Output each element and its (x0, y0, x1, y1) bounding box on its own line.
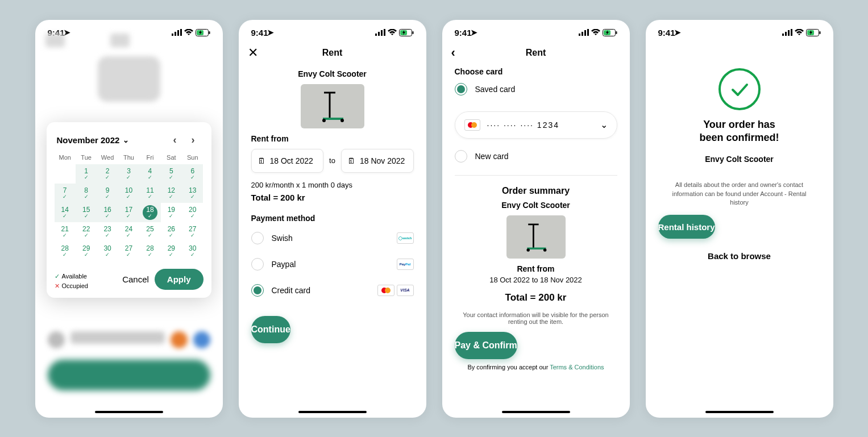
home-indicator[interactable] (298, 411, 367, 413)
terms-link[interactable]: Terms & Conditions (550, 364, 604, 371)
calendar-day[interactable]: 25✓ (139, 222, 160, 242)
calendar-dow-row: MonTueWedThuFriSatSun (55, 154, 203, 161)
back-icon[interactable]: ‹ (451, 45, 455, 60)
calendar-dow: Fri (139, 154, 160, 161)
calendar-day[interactable]: 17✓ (118, 203, 139, 222)
calendar-day[interactable]: 24✓ (118, 222, 139, 242)
date-from-input[interactable]: 🗓 18 Oct 2022 (251, 149, 324, 173)
cellular-icon (782, 29, 792, 36)
blurred-row (48, 331, 210, 349)
calendar-day[interactable]: 3✓ (118, 164, 139, 184)
nav-header: ‹ Rent (442, 41, 630, 65)
svg-point-20 (385, 288, 391, 293)
card-mask: ···· ···· ···· 1234 (487, 120, 593, 130)
screen-confirmation: 9:41 ➤ Your order hasbeen confirmed! Env… (646, 20, 833, 418)
svg-point-17 (322, 119, 326, 122)
calendar-icon: 🗓 (258, 156, 265, 165)
date-to-input[interactable]: 🗓 18 Nov 2022 (341, 149, 414, 173)
calendar-day[interactable]: 21✓ (55, 222, 76, 242)
calendar-day[interactable]: 5✓ (161, 164, 182, 184)
calendar-day[interactable]: 8✓ (76, 184, 97, 203)
calendar-icon: 🗓 (347, 156, 355, 165)
calendar-day[interactable]: 13✓ (182, 184, 203, 203)
calendar-next-button[interactable]: › (185, 132, 201, 148)
calendar-empty (55, 164, 76, 184)
calendar-day[interactable]: 18✓ (139, 203, 160, 222)
calendar-day[interactable]: 7✓ (55, 184, 76, 203)
calendar-day[interactable]: 28✓ (139, 242, 160, 261)
wifi-icon (591, 29, 600, 36)
calendar-day[interactable]: 1✓ (76, 164, 97, 184)
close-icon[interactable]: ✕ (248, 45, 258, 60)
saved-card-dropdown[interactable]: ···· ···· ···· 1234 ⌄ (455, 111, 617, 139)
pay-confirm-button[interactable]: Pay & Confirm (455, 332, 517, 359)
cancel-button[interactable]: Cancel (122, 274, 149, 284)
chevron-down-icon: ⌄ (600, 119, 608, 130)
calendar-day[interactable]: 30✓ (182, 242, 203, 261)
svg-rect-8 (378, 32, 380, 36)
continue-button[interactable]: Continue (251, 316, 290, 343)
battery-icon (806, 29, 821, 36)
nav-title: Rent (526, 48, 546, 58)
calendar-day[interactable]: 16✓ (97, 203, 118, 222)
back-to-browse-link[interactable]: Back to browse (646, 251, 833, 261)
svg-point-18 (340, 119, 344, 122)
calendar-day[interactable]: 9✓ (97, 184, 118, 203)
calendar-month-label[interactable]: November 2022 (57, 135, 120, 145)
product-image (506, 215, 566, 259)
svg-rect-37 (788, 30, 790, 36)
calendar-dow: Wed (97, 154, 118, 161)
location-icon: ➤ (471, 28, 477, 37)
svg-rect-12 (412, 31, 413, 34)
calendar-day[interactable]: 11✓ (139, 184, 160, 203)
mastercard-logo-icon (464, 119, 480, 131)
calendar-day[interactable]: 29✓ (161, 242, 182, 261)
home-indicator[interactable] (502, 411, 570, 413)
payment-option-swish[interactable]: Swish ◯swish (251, 225, 414, 251)
payment-option-credit-card[interactable]: Credit card VISA (251, 277, 414, 303)
calendar-day[interactable]: 27✓ (118, 242, 139, 261)
calendar-day[interactable]: 15✓ (76, 203, 97, 222)
calendar-day[interactable]: 27✓ (182, 222, 203, 242)
product-title: Envy Colt Scooter (442, 201, 630, 210)
rental-history-button[interactable]: Rental history (658, 215, 715, 239)
cellular-icon (375, 29, 385, 36)
calendar-day[interactable]: 10✓ (118, 184, 139, 203)
home-indicator[interactable] (95, 411, 163, 413)
wifi-icon (388, 29, 397, 36)
home-indicator[interactable] (705, 411, 774, 413)
svg-rect-26 (616, 31, 617, 34)
calendar-day[interactable]: 22✓ (76, 222, 97, 242)
calendar-prev-button[interactable]: ‹ (167, 132, 183, 148)
apply-button[interactable]: Apply (155, 269, 203, 290)
new-card-option[interactable]: New card (455, 148, 617, 169)
radio-icon (251, 258, 264, 270)
status-indicators (579, 29, 617, 36)
calendar-day[interactable]: 20✓ (182, 203, 203, 222)
calendar-grid: 1✓2✓3✓4✓5✓6✓7✓8✓9✓10✓11✓12✓13✓14✓15✓16✓1… (55, 164, 203, 261)
calendar-day[interactable]: 4✓ (139, 164, 160, 184)
order-summary-title: Order summary (442, 186, 630, 196)
chevron-down-icon[interactable]: ⌄ (123, 136, 129, 144)
calendar-day[interactable]: 26✓ (161, 222, 182, 242)
calendar-day[interactable]: 12✓ (161, 184, 182, 203)
legend-occupied: Occupied (62, 282, 88, 289)
calendar-day[interactable]: 23✓ (97, 222, 118, 242)
calendar-day[interactable]: 19✓ (161, 203, 182, 222)
calendar-day[interactable]: 28✓ (55, 242, 76, 261)
calendar-day[interactable]: 6✓ (182, 164, 203, 184)
calendar-day[interactable]: 30✓ (97, 242, 118, 261)
payment-option-paypal[interactable]: Paypal PayPal (251, 251, 414, 277)
saved-card-option[interactable]: Saved card (455, 76, 617, 102)
price-breakdown: 200 kr/month x 1 month 0 days (239, 178, 426, 192)
calendar-dow: Tue (76, 154, 97, 161)
calendar-day[interactable]: 29✓ (76, 242, 97, 261)
calendar-day[interactable]: 2✓ (97, 164, 118, 184)
status-bar: 9:41 ➤ (442, 20, 630, 41)
location-icon: ➤ (267, 28, 274, 37)
calendar-day[interactable]: 14✓ (55, 203, 76, 222)
rent-from-label: Rent from (239, 134, 426, 143)
payment-label: Credit card (272, 286, 369, 295)
status-indicators (782, 29, 821, 36)
radio-icon (251, 284, 264, 297)
